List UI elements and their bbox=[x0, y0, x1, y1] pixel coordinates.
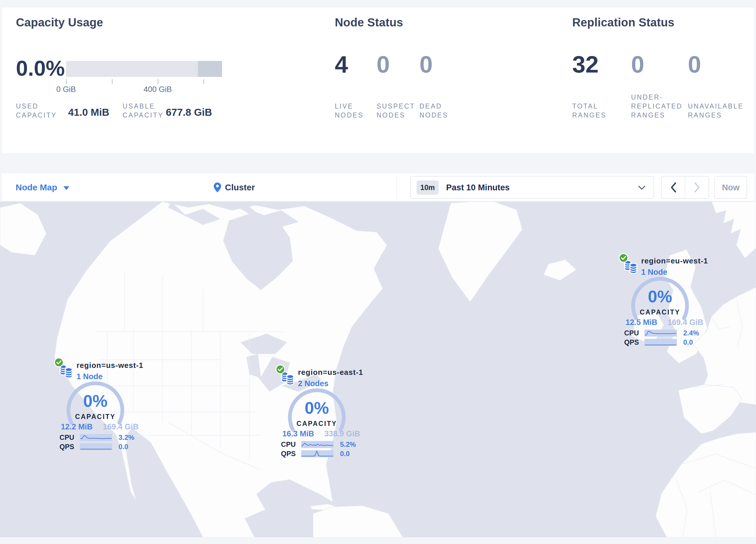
axis-tick-label: 400 GiB bbox=[136, 85, 179, 94]
unavailable-label: UNAVAILABLE RANGES bbox=[688, 102, 744, 120]
region-total-capacity: 169.4 GiB bbox=[668, 318, 703, 327]
region-used-capacity: 12.5 MiB bbox=[626, 318, 657, 327]
gauge-percent: 0% bbox=[630, 288, 690, 305]
used-capacity-value: 41.0 MiB bbox=[68, 106, 109, 118]
region-name: region=eu-west-1 bbox=[641, 256, 708, 265]
sparkline-chart bbox=[301, 441, 334, 448]
view-selector-label: Node Map bbox=[16, 182, 57, 192]
time-forward-button[interactable] bbox=[685, 176, 709, 198]
axis-tick bbox=[158, 79, 158, 84]
time-window-badge: 10m bbox=[417, 180, 439, 195]
time-step-controls bbox=[661, 176, 709, 199]
capacity-gauge: 0%CAPACITY bbox=[630, 276, 690, 336]
total-ranges-label: TOTAL RANGES bbox=[572, 102, 606, 120]
health-check-icon bbox=[619, 253, 628, 263]
sparkline-chart bbox=[644, 339, 677, 346]
time-range-selector[interactable]: 10m Past 10 Minutes bbox=[410, 176, 654, 199]
replication-status-title: Replication Status bbox=[572, 16, 675, 29]
sparkline-chart bbox=[80, 443, 112, 450]
capacity-bar bbox=[66, 61, 222, 77]
node-map: region=us-west-11 Node0%CAPACITY12.2 MiB… bbox=[0, 202, 756, 537]
region-used-capacity: 12.2 MiB bbox=[61, 423, 93, 431]
breadcrumb[interactable]: Cluster bbox=[214, 173, 255, 201]
gauge-percent: 0% bbox=[65, 393, 126, 409]
capacity-used-percent: 0.0% bbox=[16, 58, 65, 79]
capacity-gauge: 0%CAPACITY bbox=[65, 380, 126, 441]
qps-value: 0.0 bbox=[683, 338, 693, 347]
under-replicated-label: UNDER- REPLICATED RANGES bbox=[631, 93, 683, 120]
gauge-percent: 0% bbox=[286, 400, 347, 416]
qps-label: QPS bbox=[54, 443, 74, 451]
cpu-value: 3.2% bbox=[119, 434, 135, 442]
cpu-value: 2.4% bbox=[683, 329, 699, 337]
cpu-label: CPU bbox=[275, 440, 296, 449]
health-check-icon bbox=[275, 365, 285, 374]
cpu-label: CPU bbox=[54, 434, 74, 442]
axis-tick bbox=[112, 79, 112, 84]
unavailable-count: 0 bbox=[688, 52, 701, 76]
toolbar-divider bbox=[396, 176, 397, 199]
axis-tick bbox=[66, 79, 67, 84]
time-window-label: Past 10 Minutes bbox=[446, 183, 510, 192]
now-button[interactable]: Now bbox=[715, 176, 747, 199]
total-ranges-count: 32 bbox=[572, 52, 599, 76]
region-total-capacity: 338.9 GiB bbox=[324, 429, 360, 438]
chevron-down-icon bbox=[63, 186, 69, 190]
capacity-gauge: 0%CAPACITY bbox=[286, 387, 347, 448]
time-back-button[interactable] bbox=[661, 176, 685, 198]
gauge-label: CAPACITY bbox=[65, 413, 126, 421]
capacity-usage-title: Capacity Usage bbox=[16, 16, 103, 29]
live-nodes-count: 4 bbox=[335, 52, 348, 76]
chevron-right-icon bbox=[694, 182, 700, 193]
cluster-stats-panel: Capacity Usage 0.0% 0 GiB 400 GiB USED C… bbox=[2, 7, 754, 154]
dead-nodes-label: DEAD NODES bbox=[419, 102, 448, 120]
under-replicated-count: 0 bbox=[631, 52, 644, 76]
region-name: region=us-east-1 bbox=[298, 368, 363, 377]
region-total-capacity: 169.4 GiB bbox=[103, 423, 139, 431]
axis-tick-label: 0 GiB bbox=[44, 85, 88, 94]
sparkline-chart bbox=[644, 330, 677, 337]
usable-capacity-value: 677.8 GiB bbox=[166, 106, 212, 118]
qps-label: QPS bbox=[275, 450, 296, 458]
chevron-left-icon bbox=[670, 182, 676, 193]
region-used-capacity: 16.3 MiB bbox=[282, 429, 314, 438]
region-name: region=us-west-1 bbox=[77, 361, 143, 370]
qps-label: QPS bbox=[619, 338, 639, 347]
breadcrumb-label: Cluster bbox=[225, 182, 255, 192]
sparkline-chart bbox=[301, 450, 334, 457]
region-marker[interactable]: region=us-west-11 Node0%CAPACITY12.2 MiB… bbox=[54, 358, 141, 455]
region-marker[interactable]: region=us-east-12 Nodes0%CAPACITY16.3 Mi… bbox=[275, 365, 362, 462]
cpu-value: 5.2% bbox=[340, 440, 356, 449]
capacity-bar-dark-segment bbox=[198, 61, 222, 77]
gauge-label: CAPACITY bbox=[286, 420, 347, 428]
axis-tick bbox=[203, 79, 204, 84]
qps-value: 0.0 bbox=[119, 443, 128, 451]
suspect-nodes-count: 0 bbox=[377, 52, 390, 76]
view-selector-dropdown[interactable]: Node Map bbox=[16, 173, 69, 201]
location-pin-icon bbox=[214, 182, 221, 192]
health-check-icon bbox=[54, 358, 64, 367]
suspect-nodes-label: SUSPECT NODES bbox=[377, 102, 415, 120]
chevron-down-icon bbox=[638, 185, 646, 190]
usable-capacity-label: USABLE CAPACITY bbox=[123, 102, 163, 120]
map-toolbar: Node Map Cluster 10m Past 10 Minutes Now bbox=[2, 173, 754, 201]
used-capacity-label: USED CAPACITY bbox=[16, 102, 57, 120]
region-marker[interactable]: region=eu-west-11 Node0%CAPACITY12.5 MiB… bbox=[619, 253, 706, 350]
cpu-label: CPU bbox=[619, 329, 639, 337]
gauge-label: CAPACITY bbox=[630, 309, 690, 316]
live-nodes-label: LIVE NODES bbox=[335, 102, 364, 120]
node-status-title: Node Status bbox=[335, 16, 403, 29]
dead-nodes-count: 0 bbox=[419, 52, 433, 76]
sparkline-chart bbox=[80, 434, 112, 441]
qps-value: 0.0 bbox=[340, 450, 350, 458]
